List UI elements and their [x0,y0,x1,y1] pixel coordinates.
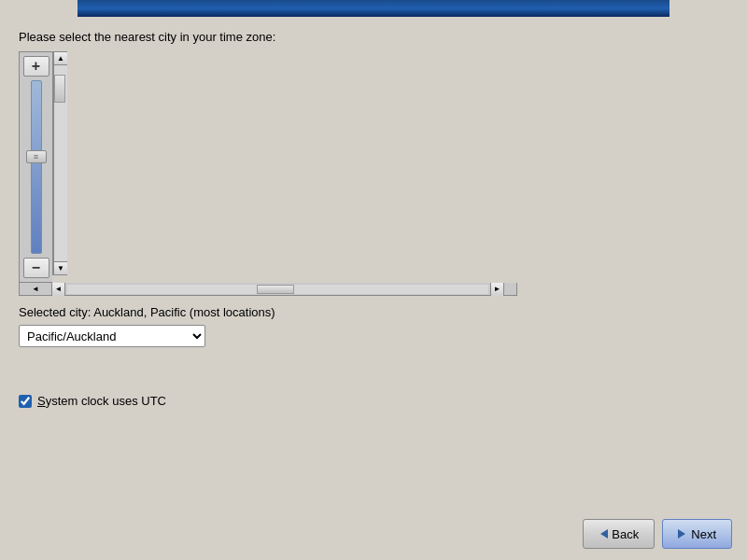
vscroll-thumb[interactable] [54,75,65,103]
zoom-slider-track[interactable] [31,80,42,254]
next-button[interactable]: Next [662,519,732,549]
header-banner [78,0,669,17]
utc-label[interactable]: System clock uses UTC [37,394,166,408]
zoom-control-panel: + − [19,51,52,283]
next-arrow-icon [678,529,687,539]
utc-checkbox[interactable] [19,395,32,408]
zoom-slider-thumb[interactable] [26,150,47,163]
utc-clock-row: System clock uses UTC [19,394,728,408]
map-horizontal-scrollbar-row: ◄ ◄ ► [19,283,517,296]
hscroll-right-spacer [504,283,517,296]
back-button[interactable]: Back [583,519,655,549]
hscroll-left-spacer[interactable]: ◄ [19,283,52,296]
hscroll-thumb[interactable] [257,285,294,294]
selected-city-text: Selected city: Auckland, Pacific (most l… [19,305,728,319]
next-button-label: Next [691,527,716,541]
prompt-text: Please select the nearest city in your t… [19,30,728,44]
back-button-label: Back [612,527,639,541]
timezone-dropdown[interactable]: Pacific/AucklandPacific/ChathamPacific/F… [19,325,205,347]
hscroll-container: ◄ ► [52,283,504,296]
hscroll-track[interactable] [67,285,488,294]
hscroll-right-button[interactable]: ► [490,283,503,296]
vscroll-up-button[interactable]: ▲ [54,52,67,65]
back-arrow-icon [599,529,608,539]
vscroll-track[interactable] [54,65,67,261]
vscroll-down-button[interactable]: ▼ [54,261,67,274]
map-row: Auckland ▲ ▼ [52,51,67,283]
hscroll-left-button[interactable]: ◄ [52,283,65,296]
navigation-buttons: Back Next [583,519,732,549]
map-vertical-scrollbar: ▲ ▼ [54,51,67,275]
zoom-out-button[interactable]: − [23,258,49,278]
zoom-in-button[interactable]: + [23,56,49,77]
